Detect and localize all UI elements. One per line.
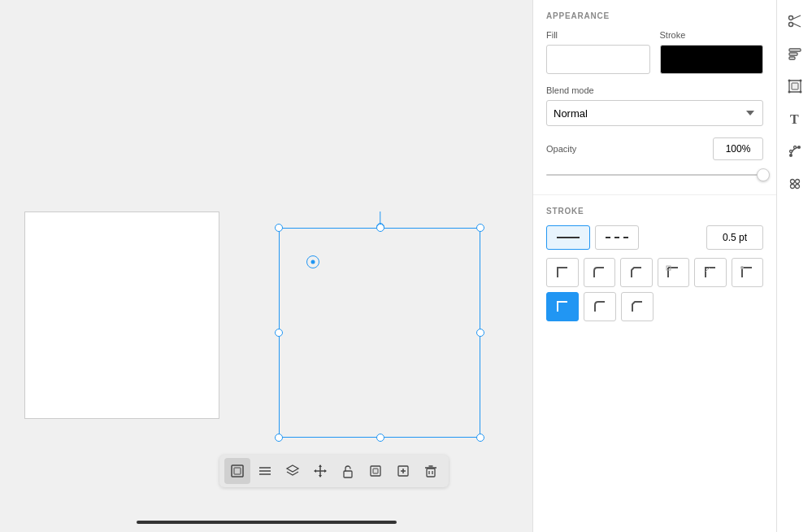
corner-inner-button[interactable] [658, 258, 690, 287]
lock-tool-button[interactable] [335, 458, 361, 484]
handle-top-left[interactable] [275, 224, 283, 232]
corner-active-2[interactable] [584, 292, 616, 321]
svg-rect-29 [789, 49, 801, 51]
right-panel: APPEARANCE Fill Stroke Blend mode Normal… [532, 0, 776, 532]
layer-tool-button[interactable] [280, 458, 306, 484]
solid-line-icon [557, 237, 580, 238]
svg-point-34 [788, 80, 790, 82]
handle-mid-right[interactable] [476, 329, 484, 337]
svg-marker-7 [319, 464, 322, 467]
corner-round-button[interactable] [584, 258, 616, 287]
origin-marker[interactable] [306, 255, 319, 268]
svg-point-35 [799, 80, 801, 82]
stroke-swatch[interactable] [660, 45, 764, 74]
background-rect[interactable] [24, 211, 219, 419]
corner-active-1[interactable] [546, 292, 579, 321]
svg-rect-1 [234, 468, 241, 474]
appearance-title: APPEARANCE [546, 11, 763, 20]
opacity-slider-track [546, 174, 763, 176]
solid-stroke-button[interactable] [546, 225, 590, 250]
blend-mode-label: Blend mode [546, 85, 763, 95]
opacity-input[interactable] [713, 137, 763, 160]
handle-top-right[interactable] [476, 224, 484, 232]
icon-panel: T [776, 0, 812, 532]
handle-top-center[interactable] [376, 224, 384, 232]
svg-point-41 [789, 150, 792, 153]
select-tool-button[interactable] [224, 458, 250, 484]
handle-bottom-left[interactable] [275, 434, 283, 442]
opacity-label: Opacity [546, 144, 585, 154]
svg-point-44 [795, 180, 799, 184]
corner-row-2 [546, 292, 763, 321]
dashed-line-icon [606, 237, 628, 238]
corner-miter-button[interactable] [546, 258, 579, 287]
svg-rect-17 [427, 469, 435, 477]
svg-rect-33 [792, 83, 798, 89]
svg-line-27 [792, 15, 801, 20]
corner-bevel-button[interactable] [620, 258, 653, 287]
svg-marker-10 [324, 469, 327, 473]
svg-marker-9 [314, 469, 316, 473]
svg-line-28 [792, 24, 801, 28]
fill-stroke-row: Fill Stroke [546, 30, 763, 74]
align-distribute-button[interactable] [780, 39, 810, 68]
frame-tool-button[interactable] [363, 458, 389, 484]
svg-rect-11 [344, 471, 352, 477]
dashed-stroke-button[interactable] [595, 225, 639, 250]
corner-outer-button[interactable] [732, 258, 764, 287]
text-tool-button[interactable]: T [780, 104, 810, 133]
opacity-slider-thumb[interactable] [757, 168, 770, 181]
fill-label: Fill [546, 30, 650, 40]
svg-point-24 [740, 266, 744, 269]
stroke-section-title: STROKE [546, 207, 763, 216]
object-toolbar [219, 455, 449, 487]
svg-text:T: T [790, 112, 799, 126]
corner-active-3[interactable] [621, 292, 654, 321]
blend-mode-select[interactable]: Normal Multiply Screen Overlay Darken Li… [546, 100, 763, 126]
svg-point-36 [788, 91, 790, 94]
svg-marker-8 [319, 475, 322, 477]
svg-rect-30 [789, 53, 797, 55]
svg-point-37 [799, 91, 801, 94]
fill-group: Fill [546, 30, 650, 74]
selected-shape[interactable] [272, 211, 488, 439]
fill-swatch[interactable] [546, 45, 650, 74]
svg-point-26 [788, 23, 792, 27]
svg-point-25 [788, 16, 792, 20]
handle-bottom-right[interactable] [476, 434, 484, 442]
blend-mode-row: Blend mode Normal Multiply Screen Overla… [546, 85, 763, 126]
svg-rect-31 [789, 57, 795, 59]
svg-point-42 [793, 146, 796, 149]
horizontal-scrollbar[interactable] [137, 521, 397, 524]
svg-point-39 [789, 154, 792, 157]
opacity-row: Opacity [546, 137, 763, 160]
svg-point-45 [790, 185, 794, 189]
stroke-weight-input[interactable] [706, 225, 763, 250]
svg-rect-13 [373, 469, 378, 473]
add-frame-button[interactable] [390, 458, 416, 484]
corner-inset-button[interactable] [694, 258, 727, 287]
transform-button[interactable] [780, 72, 810, 101]
move-tool-button[interactable] [307, 458, 333, 484]
scissors-tool-button[interactable] [780, 7, 810, 36]
svg-point-43 [790, 180, 794, 184]
svg-rect-0 [232, 465, 243, 477]
node-tool-button[interactable] [780, 137, 810, 166]
opacity-slider-row [546, 167, 763, 183]
corner-style-grid [546, 258, 763, 321]
align-tool-button[interactable] [252, 458, 278, 484]
svg-point-46 [795, 185, 799, 189]
svg-point-40 [797, 146, 801, 149]
canvas-area[interactable] [0, 0, 532, 532]
corner-row-1 [546, 258, 763, 287]
stroke-color-label: Stroke [660, 30, 764, 40]
stroke-section: STROKE [533, 195, 776, 333]
delete-button[interactable] [418, 458, 444, 484]
appearance-section: APPEARANCE Fill Stroke Blend mode Normal… [533, 0, 776, 195]
stroke-style-row [546, 225, 763, 250]
handle-mid-left[interactable] [275, 329, 283, 337]
stroke-group: Stroke [660, 30, 764, 74]
handle-bottom-center[interactable] [376, 434, 384, 442]
symmetry-button[interactable] [780, 169, 810, 198]
selected-shape-container[interactable] [272, 211, 488, 439]
